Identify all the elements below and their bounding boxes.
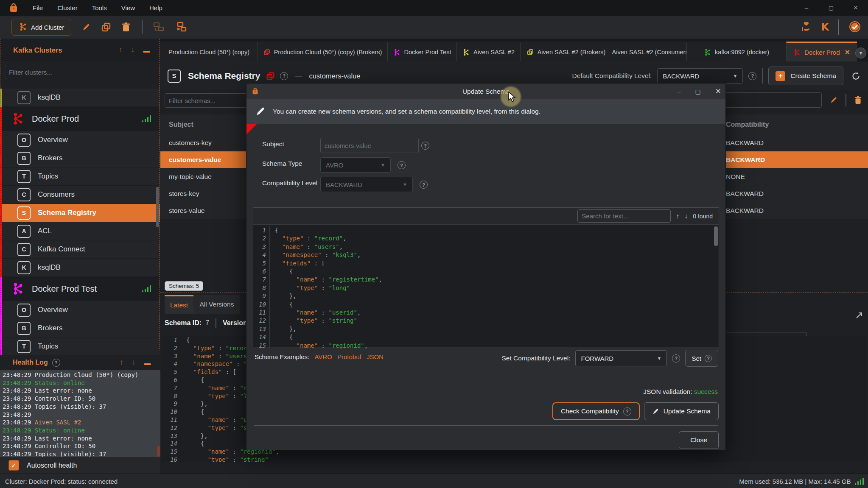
copy-cluster-icon[interactable] xyxy=(101,22,111,32)
window-minimize-button[interactable]: – xyxy=(794,0,819,16)
example-json-link[interactable]: JSON xyxy=(367,353,384,360)
edit-schema-icon[interactable] xyxy=(829,96,838,104)
menu-file[interactable]: File xyxy=(25,4,50,11)
help-icon[interactable]: ? xyxy=(398,161,406,169)
autoscroll-checkbox[interactable]: ✓ xyxy=(8,460,19,471)
code-line: 5 "fields" : [ xyxy=(253,259,719,268)
dialog-minimize-button[interactable]: – xyxy=(678,88,681,95)
sidebar-item-brokers[interactable]: BBrokers xyxy=(0,149,160,167)
collapse-panel-icon[interactable] xyxy=(144,363,151,365)
sidebar-cluster-docker-prod-test[interactable]: Docker Prod Test xyxy=(0,277,160,301)
cluster-tab-1[interactable]: Production Cloud (50*) (copy) xyxy=(160,42,258,61)
prev-match-icon[interactable]: ↑ xyxy=(676,212,679,220)
tab-all-versions[interactable]: All Versions xyxy=(193,295,240,314)
schema-json-editor[interactable]: 1{2 "type" : "record",3 "name" : "users"… xyxy=(253,225,719,349)
health-log-title: Health Log xyxy=(13,359,48,366)
set-compat-dropdown[interactable]: FORWARD ▼ xyxy=(575,350,667,366)
tab-latest[interactable]: Latest xyxy=(165,295,193,314)
menu-cluster[interactable]: Cluster xyxy=(50,4,85,11)
window-close-button[interactable]: × xyxy=(843,0,868,16)
item-letter-icon: O xyxy=(17,134,31,147)
cluster-tab-5[interactable]: Aiven SASL #2 (Brokers) xyxy=(520,42,612,61)
plus-icon: + xyxy=(776,71,785,81)
cluster-tab-6[interactable]: Aiven SASL #2 (Consumers) xyxy=(612,42,686,61)
delete-cluster-icon[interactable] xyxy=(121,22,131,32)
example-avro-link[interactable]: AVRO xyxy=(314,353,332,360)
move-up-icon[interactable]: ↑ xyxy=(119,46,123,54)
sidebar-cluster-docker-prod[interactable]: Docker Prod xyxy=(0,107,160,131)
help-icon[interactable]: ? xyxy=(421,142,429,150)
sidebar-item-schema-registry[interactable]: SSchema Registry xyxy=(0,204,160,222)
tab-overflow-button[interactable]: ▼ xyxy=(855,47,866,59)
cluster-tab-8[interactable]: Docker Prod✕ xyxy=(786,42,857,61)
health-help-icon[interactable]: ? xyxy=(52,359,60,367)
sidebar-scrollbar[interactable] xyxy=(156,187,159,227)
cluster-tab-4[interactable]: Aiven SASL #2 xyxy=(456,42,520,61)
subject-input[interactable] xyxy=(320,138,419,153)
tab-close-icon[interactable]: ✕ xyxy=(844,48,850,56)
sidebar-item-ksqldb[interactable]: KksqlDB xyxy=(0,89,160,107)
donate-icon[interactable] xyxy=(801,22,812,33)
add-cluster-button[interactable]: Add Cluster xyxy=(11,19,71,36)
compat-level-dropdown[interactable]: BACKWARD ▼ xyxy=(320,177,413,192)
help-icon[interactable]: ? xyxy=(420,181,428,189)
health-log-scrollbar[interactable] xyxy=(157,446,160,457)
move-down-icon[interactable]: ↓ xyxy=(132,358,136,367)
help-icon[interactable]: ? xyxy=(748,72,756,80)
sidebar-item-brokers[interactable]: BBrokers xyxy=(0,319,160,337)
sidebar-item-overview[interactable]: OOverview xyxy=(0,131,160,149)
menu-tools[interactable]: Tools xyxy=(85,4,114,11)
move-down-icon[interactable]: ↓ xyxy=(131,46,135,54)
filter-clusters-input[interactable] xyxy=(5,65,164,79)
cluster-tab-3[interactable]: Docker Prod Test xyxy=(387,42,456,61)
cluster-label: Docker Prod Test xyxy=(32,284,97,294)
k-logo-icon[interactable]: K xyxy=(821,21,829,33)
sidebar-item-topics[interactable]: TTopics xyxy=(0,337,160,356)
help-icon[interactable]: ? xyxy=(672,354,680,363)
menu-help[interactable]: Help xyxy=(142,4,170,11)
sidebar-item-acl[interactable]: AACL xyxy=(0,222,160,240)
collapse-panel-icon[interactable] xyxy=(143,51,150,53)
dialog-titlebar[interactable]: Update Schema – ▢ ✕ xyxy=(246,84,725,100)
dialog-maximize-button[interactable]: ▢ xyxy=(695,88,701,95)
create-schema-button[interactable]: + Create Schema xyxy=(768,67,843,85)
default-compat-dropdown[interactable]: BACKWARD ▼ xyxy=(657,68,743,84)
dialog-close-button[interactable]: ✕ xyxy=(715,87,721,96)
editor-scrollbar[interactable] xyxy=(714,226,718,246)
sidebar-item-topics[interactable]: TTopics xyxy=(0,167,160,186)
update-schema-button[interactable]: Update Schema xyxy=(644,402,719,420)
close-button[interactable]: Close xyxy=(679,431,719,449)
example-protobuf-link[interactable]: Protobuf xyxy=(337,353,361,360)
edit-cluster-icon[interactable] xyxy=(81,22,91,32)
check-compatibility-button[interactable]: Check Compatibility ? xyxy=(552,402,640,420)
filter-schemas-input[interactable] xyxy=(165,93,253,108)
sidebar-item-kafka-connect[interactable]: CKafka Connect xyxy=(0,240,160,259)
refresh-icon[interactable] xyxy=(851,72,860,81)
cluster-tab-7[interactable]: kafka:9092 (docker) xyxy=(686,42,786,61)
schema-name-input[interactable] xyxy=(711,92,822,108)
sidebar-item-ksqldb[interactable]: KksqlDB xyxy=(0,259,160,277)
sidebar-item-consumers[interactable]: CConsumers xyxy=(0,186,160,204)
cluster-tab-2[interactable]: Production Cloud (50*) (copy) (Brokers) xyxy=(258,42,387,61)
item-label: Consumers xyxy=(38,190,75,199)
delete-schema-icon[interactable] xyxy=(854,96,862,105)
menu-view[interactable]: View xyxy=(114,4,142,11)
disconnect-cluster-icon[interactable] xyxy=(175,22,187,33)
verified-icon[interactable] xyxy=(848,20,861,34)
connect-cluster-icon[interactable] xyxy=(153,22,165,33)
schema-type-dropdown[interactable]: AVRO ▼ xyxy=(320,157,391,173)
set-button[interactable]: Set ? xyxy=(685,350,718,367)
help-icon[interactable]: ? xyxy=(280,72,288,80)
sidebar-item-overview[interactable]: OOverview xyxy=(0,301,160,319)
window-maximize-button[interactable]: ▢ xyxy=(819,0,843,16)
search-text-input[interactable] xyxy=(577,209,671,223)
move-up-icon[interactable]: ↑ xyxy=(120,358,123,367)
main-toolbar: Add Cluster K xyxy=(0,16,868,39)
next-match-icon[interactable]: ↓ xyxy=(684,212,688,220)
expand-icon[interactable] xyxy=(855,312,863,321)
subject-field-label: Subject xyxy=(262,140,284,148)
schema-examples-label: Schema Examples: xyxy=(255,353,309,360)
column-compatibility[interactable]: Compatibility xyxy=(726,121,769,128)
copy-subject-icon[interactable] xyxy=(266,72,275,81)
autoscroll-label: Autoscroll health xyxy=(27,462,77,469)
